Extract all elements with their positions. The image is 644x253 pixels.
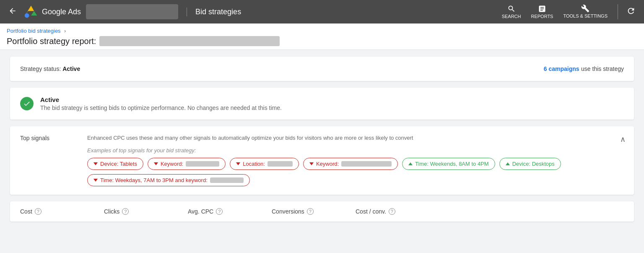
tools-settings-nav-button[interactable]: TOOLS & SETTINGS	[560, 3, 611, 21]
page-title-prefix: Portfolio strategy report:	[7, 37, 96, 46]
logo-text: Google Ads	[42, 8, 81, 16]
metrics-card: Cost?Clicks?Avg. CPC?Conversions?Cost / …	[10, 201, 634, 222]
arrow-down-icon	[236, 162, 240, 165]
header-search-input[interactable]	[86, 4, 178, 19]
search-nav-button[interactable]: SEARCH	[499, 3, 525, 21]
metric-col-cost: Cost?	[20, 208, 104, 215]
metric-help-icon-avg_cpc[interactable]: ?	[216, 208, 223, 215]
campaigns-count-link[interactable]: 6 campaigns	[544, 65, 579, 72]
arrow-down-icon	[93, 162, 98, 165]
metric-label-avg_cpc: Avg. CPC	[188, 208, 213, 215]
page-title: Portfolio strategy report:	[7, 34, 637, 50]
active-status-inner: Active The bid strategy is setting bids …	[10, 88, 634, 120]
collapse-button[interactable]: ∧	[620, 135, 626, 144]
arrow-down-icon	[93, 179, 98, 182]
metric-col-cost_conv: Cost / conv.?	[356, 208, 439, 215]
metric-label-clicks: Clicks	[104, 208, 119, 215]
page-title-redacted	[99, 36, 280, 46]
signal-chip-1: Keyword:	[148, 158, 226, 170]
signal-chip-4: Time: Weekends, 8AM to 4PM	[402, 158, 495, 170]
breadcrumb-area: Portfolio bid strategies › Portfolio str…	[0, 23, 644, 50]
arrow-up-icon	[506, 162, 510, 165]
refresh-button[interactable]	[625, 5, 637, 19]
metric-help-icon-cost_conv[interactable]: ?	[389, 208, 395, 215]
top-signals-title: Top signals	[20, 135, 70, 141]
signals-examples-label: Examples of top signals for your bid str…	[87, 147, 624, 154]
breadcrumb: Portfolio bid strategies ›	[7, 27, 637, 34]
metric-col-avg_cpc: Avg. CPC?	[188, 208, 272, 215]
arrow-down-icon	[154, 162, 158, 165]
status-card-inner: Strategy status: Active 6 campaigns use …	[10, 57, 634, 81]
strategy-status-label: Strategy status: Active	[20, 65, 80, 72]
arrow-up-icon	[408, 162, 413, 165]
main-content: Strategy status: Active 6 campaigns use …	[0, 50, 644, 228]
signal-chip-0: Device: Tablets	[87, 158, 143, 170]
google-ads-icon	[23, 4, 39, 19]
metrics-row: Cost?Clicks?Avg. CPC?Conversions?Cost / …	[20, 208, 624, 215]
arrow-down-icon	[309, 162, 314, 165]
metric-help-icon-conversions[interactable]: ?	[307, 208, 314, 215]
google-ads-logo: Google Ads	[23, 4, 81, 19]
chip-label-5: Device: Desktops	[512, 161, 555, 167]
metric-col-conversions: Conversions?	[272, 208, 356, 215]
search-nav-label: SEARCH	[502, 14, 521, 19]
reports-nav-label: REPORTS	[531, 14, 553, 19]
signal-chip-6: Time: Weekdays, 7AM to 3PM and keyword:	[87, 174, 250, 186]
signals-chips-container: Device: TabletsKeyword:Location:Keyword:…	[87, 158, 624, 186]
chip-redacted-6	[210, 177, 244, 183]
top-signals-inner: Top signals Enhanced CPC uses these and …	[10, 126, 634, 195]
strategy-status-card: Strategy status: Active 6 campaigns use …	[10, 57, 634, 81]
metric-label-conversions: Conversions	[272, 208, 304, 215]
chip-label-1: Keyword:	[161, 161, 183, 167]
campaigns-info: 6 campaigns use this strategy	[544, 65, 624, 73]
chip-redacted-3	[341, 161, 392, 167]
chip-label-4: Time: Weekends, 8AM to 4PM	[415, 161, 489, 167]
top-signals-header: Top signals Enhanced CPC uses these and …	[20, 135, 624, 141]
header-divider	[618, 4, 618, 19]
strategy-status-value: Active	[62, 65, 80, 72]
metric-col-clicks: Clicks?	[104, 208, 188, 215]
chip-redacted-2	[267, 161, 293, 167]
back-button[interactable]	[7, 5, 18, 19]
chip-label-2: Location:	[243, 161, 265, 167]
header-right-actions: SEARCH REPORTS TOOLS & SETTINGS	[499, 3, 637, 21]
tools-settings-nav-label: TOOLS & SETTINGS	[563, 13, 608, 19]
active-title: Active	[40, 96, 59, 103]
metric-label-cost_conv: Cost / conv.	[356, 208, 386, 215]
signal-chip-2: Location:	[230, 158, 299, 170]
metric-help-icon-clicks[interactable]: ?	[122, 208, 129, 215]
chip-label-0: Device: Tablets	[100, 161, 137, 167]
signal-chip-3: Keyword:	[303, 158, 398, 170]
chip-label-6: Time: Weekdays, 7AM to 3PM and keyword:	[100, 177, 208, 183]
active-check-icon	[20, 97, 34, 110]
header-title: Bid strategies	[187, 8, 241, 16]
svg-marker-2	[31, 11, 37, 16]
campaigns-suffix: use this strategy	[581, 65, 624, 72]
svg-point-3	[25, 13, 29, 18]
metric-help-icon-cost[interactable]: ?	[35, 208, 42, 215]
header: Google Ads Bid strategies SEARCH REPORTS…	[0, 0, 644, 23]
checkmark-icon	[23, 100, 31, 107]
signal-chip-5: Device: Desktops	[499, 158, 561, 170]
active-description: The bid strategy is setting bids to opti…	[40, 104, 282, 111]
metric-label-cost: Cost	[20, 208, 32, 215]
reports-nav-button[interactable]: REPORTS	[527, 3, 556, 21]
top-signals-card: Top signals Enhanced CPC uses these and …	[10, 126, 634, 195]
active-status-text: Active The bid strategy is setting bids …	[40, 96, 282, 111]
top-signals-description: Enhanced CPC uses these and many other s…	[87, 135, 413, 141]
chip-label-3: Keyword:	[316, 161, 339, 167]
active-status-card: Active The bid strategy is setting bids …	[10, 88, 634, 120]
breadcrumb-parent-link[interactable]: Portfolio bid strategies	[7, 28, 61, 34]
breadcrumb-separator: ›	[64, 28, 66, 34]
chip-redacted-1	[186, 161, 219, 167]
strategy-status-prefix: Strategy status:	[20, 65, 61, 72]
